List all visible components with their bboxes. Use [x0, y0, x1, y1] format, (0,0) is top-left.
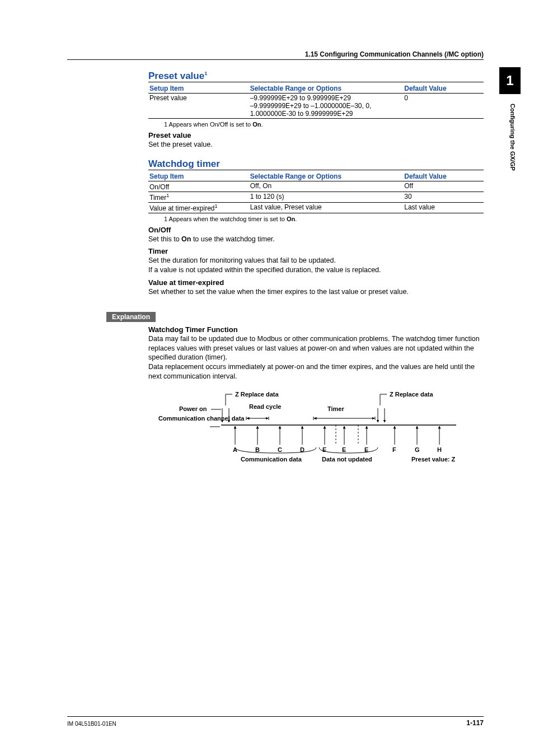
cell-options: 1 to 120 (s) — [249, 192, 404, 202]
footnote-text: 1 Appears when the watchdog timer is set… — [164, 216, 287, 222]
heading-text: Preset value — [148, 71, 204, 81]
explanation-heading: Watchdog Timer Function — [148, 325, 484, 334]
value-expired-paragraph: Set whether to set the value when the ti… — [148, 287, 484, 297]
diag-timer: Timer — [327, 405, 344, 412]
explanation-tag: Explanation — [106, 312, 156, 322]
footnote-tail: . — [261, 121, 263, 128]
footer-doc-id: IM 04L51B01-01EN — [67, 721, 116, 727]
cell-setup-item: Timer1 — [148, 192, 249, 202]
cell-default: Last value — [403, 202, 484, 213]
diag-power-on: Power on — [179, 405, 207, 412]
table-header-row: Setup Item Selectable Range or Options D… — [148, 84, 484, 94]
diag-letter: A — [233, 446, 237, 453]
diag-z1: Z Replace data — [235, 391, 279, 398]
footnote-bold: On — [252, 121, 261, 128]
cell-sup: 1 — [215, 203, 218, 209]
watchdog-footnote: 1 Appears when the watchdog timer is set… — [164, 216, 484, 222]
footnote-bold: On — [287, 216, 295, 222]
cell-text: Value at timer-expired — [149, 204, 215, 212]
table-row: Value at timer-expired1 Last value, Pres… — [148, 202, 484, 213]
cell-text: Timer — [149, 194, 166, 202]
cell-options: –9.999999E+29 to 9.999999E+29 –9.9999999… — [249, 94, 404, 119]
preset-value-heading: Preset value1 — [148, 71, 484, 82]
diag-preset-z: Preset value: Z — [411, 456, 456, 463]
onoff-heading: On/Off — [148, 226, 484, 234]
table-row: Timer1 1 to 120 (s) 30 — [148, 192, 484, 202]
cell-setup-item: On/Off — [148, 181, 249, 192]
watchdog-heading: Watchdog timer — [148, 158, 484, 170]
diag-letter: B — [255, 446, 260, 453]
timer-paragraph: Set the duration for monitoring values t… — [148, 256, 484, 274]
cell-options: Last value, Preset value — [249, 202, 404, 213]
footer-page-number: 1-117 — [466, 719, 484, 727]
chapter-tab: 1 — [499, 67, 521, 94]
p-b: On — [181, 235, 191, 243]
cell-text: On/Off — [149, 183, 169, 191]
diag-read-cycle: Read cycle — [249, 403, 281, 410]
th-default: Default Value — [403, 84, 484, 94]
diag-letter: F — [392, 446, 396, 453]
value-expired-heading: Value at timer-expired — [148, 278, 484, 287]
th-options: Selectable Range or Options — [249, 84, 404, 94]
th-setup-item: Setup Item — [148, 172, 249, 181]
cell-default: 30 — [403, 192, 484, 202]
onoff-paragraph: Set this to On to use the watchdog timer… — [148, 235, 484, 244]
th-setup-item: Setup Item — [148, 84, 249, 94]
explanation-paragraph: Data may fail to be updated due to Modbu… — [148, 334, 484, 381]
diag-chan: Communication channel data — [158, 415, 245, 422]
table-header-row: Setup Item Selectable Range or Options D… — [148, 172, 484, 181]
chapter-side-label: Configuring the GX/GP — [509, 104, 516, 171]
cell-setup-item: Preset value — [148, 94, 249, 119]
p-a: Set this to — [148, 235, 181, 243]
cell-default: Off — [403, 181, 484, 192]
preset-footnote: 1 Appears when On/Off is set to On. — [164, 121, 484, 128]
preset-value-table: Setup Item Selectable Range or Options D… — [148, 84, 484, 119]
footnote-text: 1 Appears when On/Off is set to — [164, 121, 252, 128]
cell-options: Off, On — [249, 181, 404, 192]
preset-sub-paragraph: Set the preset value. — [148, 140, 484, 150]
diag-comm-data: Communication data — [241, 456, 302, 463]
footer-chapter: 1- — [466, 719, 472, 727]
diag-letter: H — [437, 446, 442, 453]
diag-letter: E — [322, 446, 326, 453]
cell-setup-item: Value at timer-expired1 — [148, 202, 249, 213]
diag-z2: Z Replace data — [390, 391, 434, 398]
th-options: Selectable Range or Options — [249, 172, 404, 181]
table-row: On/Off Off, On Off — [148, 181, 484, 192]
cell-sup: 1 — [166, 193, 169, 198]
footer-rule — [67, 716, 484, 717]
diag-letter: G — [415, 446, 420, 453]
preset-sub-heading: Preset value — [148, 131, 484, 139]
diag-not-updated: Data not updated — [322, 456, 372, 463]
heading-sup: 1 — [204, 71, 207, 76]
timing-diagram: Z Replace data Z Replace data Power on R… — [148, 389, 484, 473]
timer-heading: Timer — [148, 247, 484, 255]
p-c: to use the watchdog timer. — [191, 235, 274, 243]
footnote-tail: . — [295, 216, 297, 222]
table-row: Preset value –9.999999E+29 to 9.999999E+… — [148, 94, 484, 119]
diag-letter: E — [342, 446, 346, 453]
diag-letter: C — [278, 446, 282, 453]
th-default: Default Value — [403, 172, 484, 181]
watchdog-table: Setup Item Selectable Range or Options D… — [148, 172, 484, 213]
cell-default: 0 — [403, 94, 484, 119]
running-header: 1.15 Configuring Communication Channels … — [67, 50, 484, 60]
footer-page: 117 — [472, 719, 484, 727]
